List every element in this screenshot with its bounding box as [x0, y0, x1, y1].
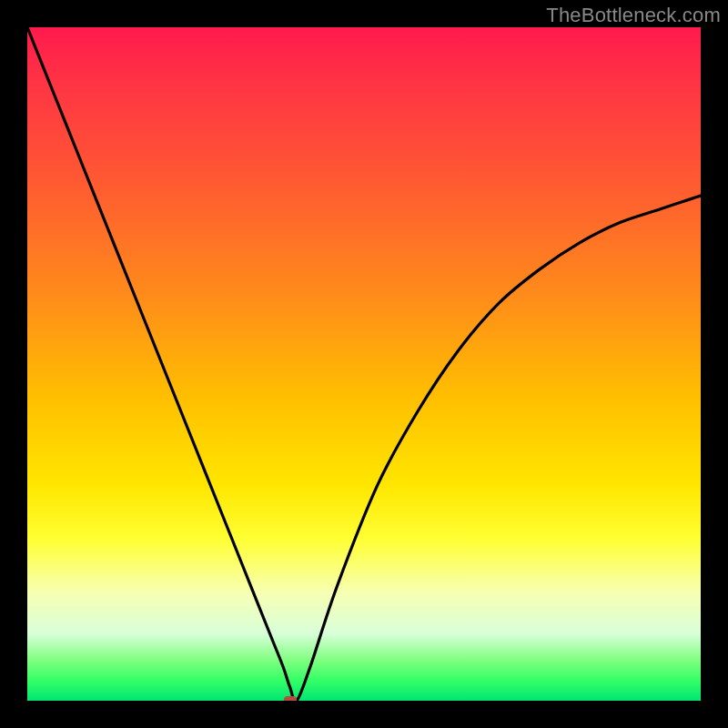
watermark-text: TheBottleneck.com [546, 4, 721, 27]
optimal-point-marker [284, 696, 297, 701]
chart-frame: TheBottleneck.com [0, 0, 728, 728]
plot-area [27, 27, 701, 701]
bottleneck-curve [27, 27, 701, 701]
